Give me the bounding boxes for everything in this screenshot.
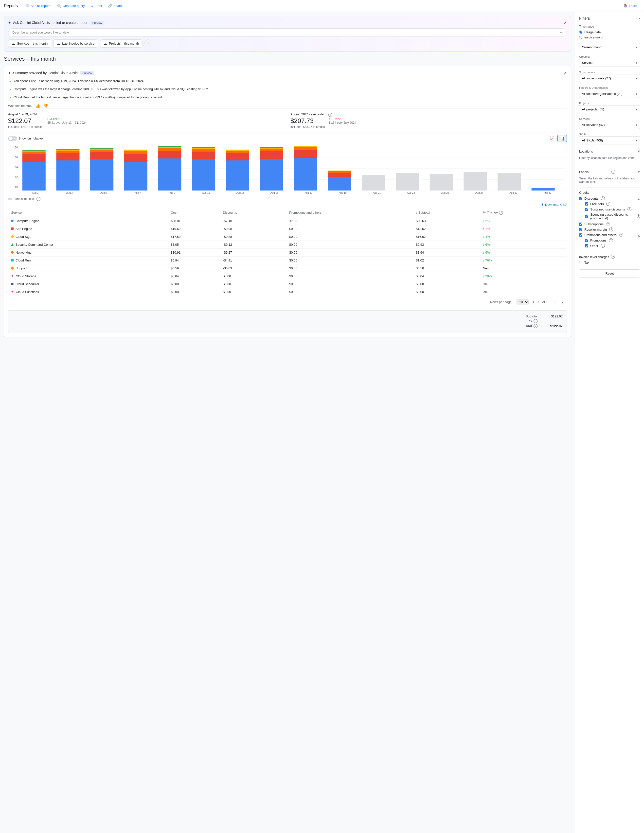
sidebar-collapse-btn[interactable]: › (639, 16, 640, 21)
invoice-level-help-icon[interactable]: ? (611, 255, 615, 259)
promotions-collapse-icon[interactable]: ∧ (638, 234, 640, 238)
sidebar-filters-header: Filters › (579, 16, 640, 21)
discounts-collapse-icon[interactable]: ∧ (638, 197, 640, 201)
spending-based-help-icon[interactable]: ? (637, 214, 640, 218)
gemini-input[interactable] (12, 31, 560, 34)
svg-rect-20 (124, 162, 147, 190)
chip-services[interactable]: ☁ Services – this month (8, 39, 51, 48)
see-all-reports-btn[interactable]: ☰ See all reports (24, 2, 54, 9)
thumbs-down-btn[interactable]: 👎 (43, 103, 48, 108)
other-input[interactable] (585, 244, 588, 248)
td-subtotal: $80.63 (413, 217, 480, 225)
credits-header: Credits (579, 191, 640, 195)
subscriptions-input[interactable] (579, 222, 582, 226)
discounts-header: Discounts ? ∧ (579, 196, 640, 202)
promotions-others-help-icon[interactable]: ? (619, 233, 623, 237)
period-select[interactable]: Current month Last month Last 3 months (579, 43, 640, 51)
table-header-row: Service Cost Discounts Promotions and ot… (8, 209, 567, 217)
pagination-row: Rows per page: 10 25 50 1 – 10 of 15 ‹ › (8, 296, 567, 308)
forecast-help-icon[interactable]: ? (37, 197, 40, 201)
sustained-use-checkbox[interactable]: Sustained use discounts ? (579, 207, 640, 211)
svg-rect-36 (226, 153, 249, 161)
print-btn[interactable]: 🖨 Print (88, 2, 105, 9)
next-page-btn[interactable]: › (561, 299, 564, 306)
promotions-checkbox[interactable]: Promotions ? (579, 238, 640, 242)
promotions-help-icon[interactable]: ? (609, 238, 613, 242)
svg-rect-35 (226, 161, 249, 190)
usage-date-radio[interactable]: Usage date (579, 30, 640, 34)
chips-next-btn[interactable]: › (145, 39, 151, 46)
svg-rect-24 (124, 150, 147, 150)
credits-group: Credits Discounts ? ∧ Free tiers ? (579, 191, 640, 248)
td-change: ↓ 20% (480, 272, 567, 280)
spending-based-input[interactable] (585, 215, 588, 218)
free-tiers-checkbox[interactable]: Free tiers ? (579, 202, 640, 206)
reseller-margin-input[interactable] (579, 228, 582, 231)
subscriptions-checkbox[interactable]: Subscriptions ? (579, 222, 640, 226)
total-help-icon[interactable]: ? (533, 324, 538, 328)
promotions-others-input[interactable] (579, 233, 582, 236)
invoice-month-input[interactable] (579, 36, 582, 39)
forecasted-help-icon[interactable]: ? (328, 113, 332, 117)
download-csv-btn[interactable]: ⬇ Download CSV (541, 203, 567, 206)
promotions-input[interactable] (585, 239, 588, 242)
bar-chart-btn[interactable]: 📊 (557, 135, 567, 142)
gemini-collapse-btn[interactable]: ∧ (564, 20, 567, 26)
summary-collapse-btn[interactable]: ∧ (564, 70, 567, 76)
svg-rect-43 (260, 148, 283, 149)
svg-rect-13 (56, 150, 79, 151)
labels-help-icon[interactable]: ? (612, 170, 615, 174)
gemini-input-row[interactable]: ✏ (8, 28, 567, 37)
subaccounts-select[interactable]: All subaccounts (27) (579, 74, 640, 82)
other-help-icon[interactable]: ? (601, 244, 605, 248)
chip-last-invoice[interactable]: ☁ Last invoice by service (53, 39, 98, 48)
locations-header[interactable]: Locations ∨ (579, 148, 640, 154)
subscriptions-help-icon[interactable]: ? (606, 222, 610, 226)
skus-select[interactable]: All SKUs (408) (579, 136, 640, 145)
discounts-checkbox[interactable]: Discounts ? (579, 196, 605, 200)
sustained-use-input[interactable] (585, 208, 588, 211)
service-shape-icon (11, 235, 14, 238)
table-row: Cloud Run $5.94 -$4.91 $0.00 $1.02 ↓ 76% (8, 256, 567, 264)
free-tiers-input[interactable] (585, 202, 588, 206)
thumbs-up-btn[interactable]: 👍 (35, 103, 40, 108)
summary-header: ✦ Summary provided by Gemini Cloud Assis… (8, 70, 567, 76)
spending-based-checkbox[interactable]: Spending based discounts (contractual) ? (579, 213, 640, 220)
tax-checkbox[interactable]: Tax (579, 261, 640, 264)
td-discounts: -$0.12 (220, 241, 286, 248)
reseller-margin-checkbox[interactable]: Reseller margin ? (579, 227, 640, 232)
projects-select[interactable]: All projects (55) (579, 105, 640, 113)
cumulative-toggle[interactable] (8, 136, 17, 141)
skus-group: SKUs All SKUs (408) (579, 133, 640, 145)
tax-help-icon[interactable]: ? (533, 319, 538, 323)
svg-rect-30 (192, 159, 215, 190)
chip-projects[interactable]: ☁ Projects – this month (100, 39, 143, 48)
chip-icon-1: ☁ (57, 42, 60, 45)
generate-query-btn[interactable]: 🔍 Generate query (55, 2, 87, 9)
usage-date-input[interactable] (579, 31, 582, 34)
promotions-others-checkbox[interactable]: Promotions and others ? (579, 233, 623, 237)
other-checkbox[interactable]: Other ? (579, 244, 640, 248)
labels-header[interactable]: Labels ? ∨ (579, 169, 640, 175)
prev-page-btn[interactable]: ‹ (553, 299, 557, 306)
share-btn[interactable]: 🔗 Share (106, 2, 124, 9)
download-row: ⬇ Download CSV (8, 203, 567, 206)
services-select[interactable]: All services (47) (579, 121, 640, 129)
invoice-month-radio[interactable]: Invoice month (579, 35, 640, 39)
discounts-help-icon[interactable]: ? (601, 196, 605, 200)
line-chart-btn[interactable]: 📈 (547, 135, 557, 142)
reseller-help-icon[interactable]: ? (609, 227, 613, 232)
learn-btn[interactable]: 📚 Learn (621, 2, 640, 9)
discounts-input[interactable] (579, 197, 582, 200)
group-by-select[interactable]: Service Project SKU (579, 59, 640, 67)
td-subtotal: $1.64 (413, 248, 480, 256)
tax-input[interactable] (579, 261, 582, 264)
rows-per-page-select[interactable]: 10 25 50 (517, 299, 529, 305)
svg-rect-48 (294, 146, 317, 147)
folders-select[interactable]: All folders/organizations (28) (579, 90, 640, 98)
change-help-icon[interactable]: ? (499, 211, 503, 215)
free-tiers-help-icon[interactable]: ? (606, 202, 610, 206)
reset-btn[interactable]: Reset (579, 269, 640, 278)
metric-forecasted-sub: includes -$43.27 in credits (290, 125, 325, 129)
sustained-use-help-icon[interactable]: ? (628, 207, 631, 211)
